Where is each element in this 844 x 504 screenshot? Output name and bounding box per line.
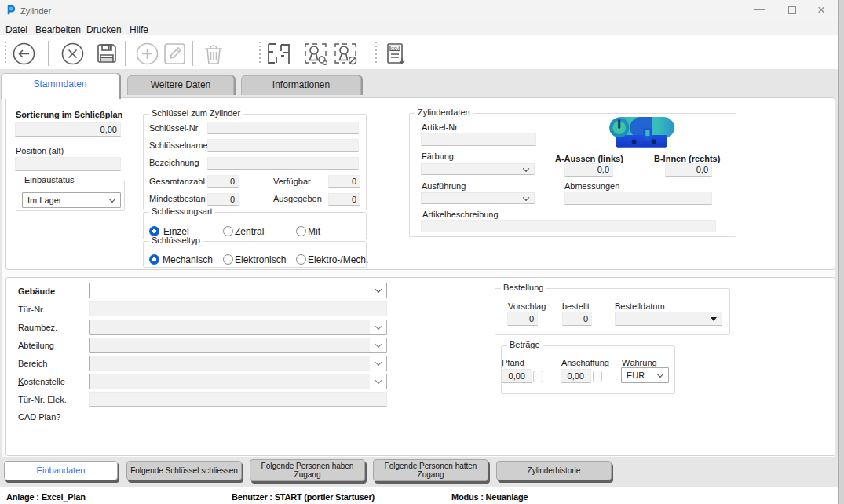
bestelldatum-label: Bestelldatum [615,301,665,311]
menu-drucken[interactable]: Drucken [86,24,122,35]
toolbar [0,35,844,69]
tuer-nr-label: Tür-Nr. [18,305,45,314]
raumbez-combo[interactable] [89,320,387,335]
bereich-combo[interactable] [89,356,387,371]
radio-zentral[interactable] [223,226,233,236]
menu-hilfe[interactable]: Hilfe [130,24,148,35]
ausgegeben-input[interactable]: 0 [328,193,360,206]
radio-elektronisch[interactable] [223,254,233,265]
radio-mit-label: Mit [308,226,320,237]
faerbung-label: Färbung [422,152,454,161]
menu-bar [0,20,844,35]
bezeichnung-input[interactable] [207,157,359,170]
gebaeude-label: Gebäude [18,287,55,296]
schluesselname-input[interactable] [207,139,359,152]
mindestbestand-input[interactable]: 0 [207,193,239,206]
radio-mit[interactable] [296,226,306,236]
pfand-label: Pfand [502,358,524,367]
vorschlag-label: Vorschlag [508,301,546,311]
gesamtanzahl-input[interactable]: 0 [207,175,239,188]
anschaffung-checkbox[interactable] [593,371,602,382]
app-icon [6,5,16,15]
tab-weitere-daten[interactable]: Weitere Daten [127,75,234,95]
radio-elektronisch-label: Elektronisch [235,254,286,265]
tab-stammdaten[interactable]: Stammdaten [1,73,119,99]
vorschlag-input[interactable]: 0 [507,312,538,326]
schluesseltyp-legend: Schlüsseltyp [149,236,203,245]
toolbar-gripper-2 [259,42,261,65]
faerbung-combo[interactable] [421,163,535,175]
kostenstelle-combo[interactable] [89,374,387,389]
abmessungen-label: Abmessungen [564,181,619,191]
anschaffung-label: Anschaffung [561,358,609,367]
position-alt-input[interactable] [15,157,121,171]
einbaustatus-combo[interactable]: Im Lager [22,192,121,208]
pfand-checkbox[interactable] [533,371,543,382]
svg-text:CSV: CSV [391,46,400,51]
bestellt-input[interactable]: 0 [562,312,592,326]
sortierung-input[interactable]: 0,00 [15,122,121,137]
bestellung-legend: Bestellung [501,283,546,292]
abmessungen-input[interactable] [564,192,712,205]
bottom-tab-einbaudaten[interactable]: Einbaudaten [4,461,118,480]
link-keys-icon[interactable] [304,42,327,65]
status-anlage: Anlage : Excel_Plan [6,492,86,502]
anschaffung-input[interactable]: 0,00 [561,369,591,383]
b-innen-label: B-Innen (rechts) [654,154,720,163]
schluessel-nr-input[interactable] [207,122,359,134]
back-icon[interactable] [13,42,35,65]
maximize-button[interactable] [788,6,796,14]
schluesselname-label: Schlüsselname [149,141,208,150]
menu-bearbeiten[interactable]: Bearbeiten [35,24,81,35]
a-aussen-input[interactable]: 0,0 [564,163,613,177]
waehrung-label: Währung [622,358,657,367]
toolbar-gripper [5,42,6,65]
bestelldatum-combo[interactable] [615,312,722,326]
abteilung-label: Abteilung [18,341,54,350]
window-title: Zylinder [20,6,51,16]
radio-mechanisch-label: Mechanisch [163,254,213,265]
menu-datei[interactable]: Datei [5,24,27,35]
einbaustatus-legend: Einbaustatus [22,175,77,184]
artikelbeschreibung-label: Artikelbeschreibung [422,210,499,219]
cancel-icon[interactable] [61,42,84,65]
radio-elektro-mech[interactable] [296,254,306,265]
waehrung-combo[interactable]: EUR [621,367,669,383]
bottom-tab-zylinderhistorie[interactable]: Zylinderhistorie [496,461,612,480]
edit-icon[interactable] [163,42,186,65]
tuer-nr-elek-input[interactable] [89,392,387,407]
ausfuehrung-combo[interactable] [421,192,535,204]
unlink-keys-icon[interactable] [334,42,357,65]
left-edge [0,69,2,487]
gebaeude-combo[interactable] [89,283,387,298]
bereich-label: Bereich [18,359,47,368]
abteilung-combo[interactable] [89,338,387,353]
minimize-button[interactable]: — [754,2,765,15]
delete-icon[interactable] [203,42,225,65]
artikelbeschreibung-input[interactable] [421,220,716,232]
pfand-input[interactable]: 0,00 [502,369,532,383]
cad-plan-label: CAD Plan? [18,412,60,422]
schluessel-nr-label: Schlüssel-Nr [149,123,198,133]
bottom-tab-personen-haben[interactable]: Folgende Personen haben Zugang [250,459,365,481]
schliessungsart-legend: Schliessungsart [149,206,215,216]
tab-informationen[interactable]: Informationen [241,75,361,95]
screen-edge-strip [838,0,844,504]
status-modus: Modus : Neuanlage [451,492,528,502]
bottom-tab-personen-hatten[interactable]: Folgende Personen hatten Zugang [373,459,488,481]
save-icon[interactable] [96,42,118,64]
status-bar [0,487,844,504]
plan-icon[interactable] [267,42,290,65]
export-csv-icon[interactable]: CSV [385,42,407,65]
toolbar-gripper-3 [375,42,377,65]
bottom-tab-schluessel-schliessen[interactable]: Folgende Schlüssel schliessen [126,461,242,480]
close-button[interactable]: × [817,2,825,18]
verfuegbar-input[interactable]: 0 [328,175,360,188]
b-innen-input[interactable]: 0,0 [665,163,712,177]
radio-mechanisch[interactable] [149,254,159,265]
bestellt-label: bestellt [562,301,590,311]
artikel-nr-input[interactable] [421,133,536,146]
add-icon[interactable] [136,42,159,65]
tuer-nr-input[interactable] [89,301,387,316]
position-alt-label: Position (alt) [16,146,64,155]
